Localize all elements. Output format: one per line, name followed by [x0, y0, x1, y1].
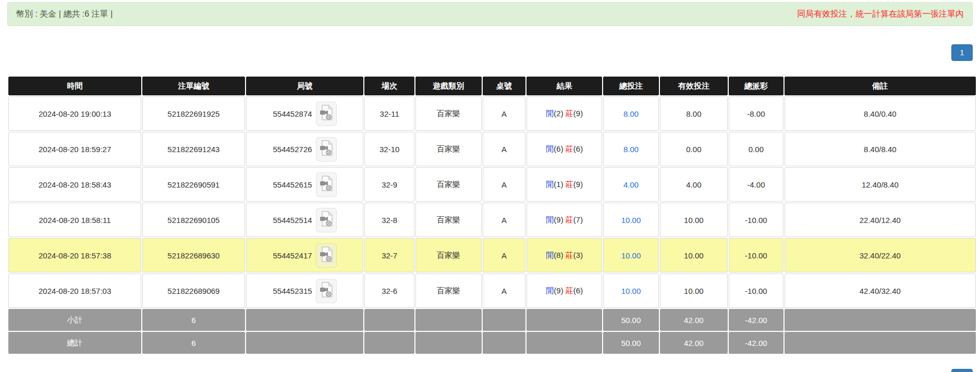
video-replay-button[interactable]	[316, 208, 337, 232]
table-row: 2024-08-20 18:57:38521822689630554452417…	[8, 238, 976, 272]
round-cell: 554452514	[273, 208, 337, 232]
cell-table-no: A	[483, 167, 526, 202]
table-row: 2024-08-20 18:58:43521822690591554452615…	[8, 167, 976, 202]
pagination-bottom: 1	[7, 369, 973, 372]
cell-table-no: A	[483, 203, 526, 237]
cell-remark: 22.40/12.40	[785, 203, 976, 237]
cell-session: 32-8	[364, 203, 414, 237]
column-header-valid-bet: 有效投注	[660, 77, 728, 95]
cell-result: 閒(9) 莊(6)	[526, 274, 602, 308]
table-row: 2024-08-20 18:59:27521822691243554452726…	[8, 132, 976, 166]
cell-round-id: 554452726	[246, 132, 364, 166]
table-row: 2024-08-20 18:58:11521822690105554452514…	[8, 203, 976, 237]
banker-score: (9)	[573, 109, 583, 118]
page-1-button[interactable]: 1	[951, 44, 973, 61]
subtotal-label: 小計	[8, 309, 141, 331]
video-replay-button[interactable]	[316, 172, 337, 197]
total-bet-link[interactable]: 8.00	[623, 109, 639, 118]
banker-score: (9)	[573, 180, 583, 189]
cell-session: 32-9	[364, 167, 414, 202]
total-bet-link[interactable]: 10.00	[621, 287, 641, 295]
video-replay-button[interactable]	[316, 102, 337, 126]
cell-remark: 42.40/32.40	[785, 274, 976, 308]
cell-total-payout: -10.00	[729, 238, 783, 272]
cell-total-bet: 4.00	[603, 167, 658, 202]
cell-total-bet: 10.00	[603, 203, 658, 237]
cell-time: 2024-08-20 18:57:03	[8, 274, 141, 308]
cell-time: 2024-08-20 18:59:27	[8, 132, 141, 166]
player-label: 閒	[546, 251, 554, 259]
total-bet-link[interactable]: 10.00	[621, 251, 641, 260]
round-cell: 554452315	[273, 279, 337, 303]
round-number: 554452726	[273, 145, 312, 154]
player-label: 閒	[546, 144, 554, 153]
total-empty	[483, 332, 526, 354]
cell-session: 32-7	[364, 238, 414, 272]
banker-score: (7)	[573, 215, 583, 224]
pagination-top: 1	[7, 44, 973, 61]
video-record-icon	[320, 246, 333, 264]
summary-bar: 幣別 : 美金 | 總共 :6 注單 | 同局有效投注，統一計算在該局第一張注單…	[7, 2, 973, 26]
cell-valid-bet: 10.00	[660, 238, 728, 272]
player-label: 閒	[546, 286, 554, 295]
total-empty	[364, 332, 414, 354]
cell-valid-bet: 10.00	[660, 274, 728, 308]
round-number: 554452514	[273, 216, 312, 225]
cell-remark: 12.40/8.40	[785, 167, 976, 202]
cell-game-type: 百家樂	[415, 167, 482, 202]
cell-round-id: 554452315	[246, 274, 364, 308]
subtotal-remark-empty	[785, 309, 976, 331]
cell-time: 2024-08-20 18:58:43	[8, 167, 141, 202]
video-replay-button[interactable]	[316, 279, 337, 303]
player-score: (8)	[554, 251, 566, 259]
cell-valid-bet: 0.00	[660, 132, 728, 166]
banker-label: 莊	[566, 144, 573, 153]
column-header-result: 結果	[526, 77, 602, 95]
video-record-icon	[320, 105, 333, 122]
round-cell: 554452726	[273, 137, 337, 162]
bet-records-table-wrap: 時間注單編號局號場次遊戲類別桌號結果總投注有效投注總派彩備註 2024-08-2…	[7, 76, 977, 355]
payout-rule-note: 同局有效投注，統一計算在該局第一張注單內	[797, 9, 964, 20]
video-record-icon	[320, 176, 333, 193]
column-header-round-id: 局號	[246, 77, 364, 95]
table-row: 2024-08-20 19:00:13521822691925554452874…	[8, 96, 976, 131]
player-label: 閒	[546, 180, 554, 189]
cell-game-type: 百家樂	[415, 203, 482, 237]
subtotal-empty	[364, 309, 414, 331]
cell-total-bet: 8.00	[603, 132, 658, 166]
player-score: (1)	[554, 180, 566, 189]
total-bet-link[interactable]: 10.00	[621, 216, 641, 225]
cell-result: 閒(8) 莊(3)	[526, 238, 602, 272]
round-number: 554452874	[273, 109, 312, 118]
total-bet-link[interactable]: 4.00	[623, 180, 639, 189]
total-count: 6	[142, 332, 244, 354]
cell-bet-id: 521822689069	[142, 274, 244, 308]
banker-score: (3)	[573, 251, 583, 259]
video-replay-button[interactable]	[316, 137, 337, 162]
player-score: (6)	[554, 144, 566, 153]
cell-game-type: 百家樂	[415, 274, 482, 308]
banker-score: (6)	[573, 286, 583, 295]
cell-game-type: 百家樂	[415, 96, 482, 131]
cell-session: 32-11	[364, 96, 414, 131]
cell-time: 2024-08-20 18:58:11	[8, 203, 141, 237]
page-1-button-bottom[interactable]: 1	[951, 369, 973, 372]
banker-label: 莊	[566, 251, 573, 259]
total-row: 總計650.0042.00-42.00	[8, 332, 976, 354]
subtotal-empty	[483, 309, 526, 331]
cell-valid-bet: 10.00	[660, 203, 728, 237]
total-bet-link[interactable]: 8.00	[623, 145, 639, 154]
player-label: 閒	[546, 109, 554, 118]
cell-round-id: 554452514	[246, 203, 364, 237]
round-cell: 554452615	[273, 172, 337, 197]
player-score: (2)	[554, 109, 566, 118]
banker-label: 莊	[566, 286, 573, 295]
bet-records-table: 時間注單編號局號場次遊戲類別桌號結果總投注有效投注總派彩備註 2024-08-2…	[7, 76, 977, 355]
cell-session: 32-6	[364, 274, 414, 308]
cell-round-id: 554452417	[246, 238, 364, 272]
column-header-total-payout: 總派彩	[729, 77, 783, 95]
video-replay-button[interactable]	[316, 243, 337, 268]
cell-total-payout: -8.00	[729, 96, 783, 131]
cell-bet-id: 521822690105	[142, 203, 244, 237]
round-number: 554452315	[273, 287, 312, 295]
